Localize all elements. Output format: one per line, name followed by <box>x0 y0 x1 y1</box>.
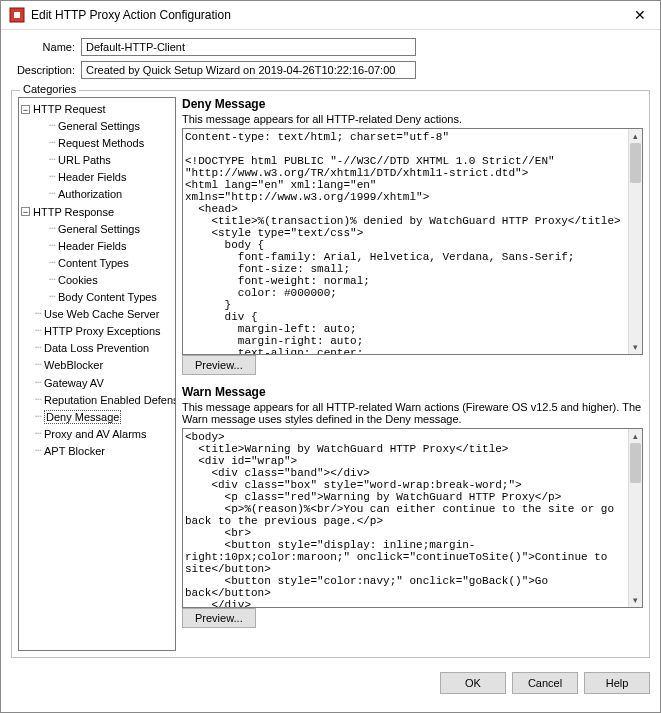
cancel-button[interactable]: Cancel <box>512 672 578 694</box>
scroll-thumb[interactable] <box>630 443 641 483</box>
tree-resp-body[interactable]: Body Content Types <box>58 291 157 303</box>
deny-textarea[interactable]: Content-type: text/html; charset="utf-8"… <box>183 129 642 354</box>
tree-resp-content[interactable]: Content Types <box>58 257 129 269</box>
warn-sub: This message appears for all HTTP-relate… <box>182 401 643 425</box>
tree-req-general[interactable]: General Settings <box>58 120 140 132</box>
tree-resp-general[interactable]: General Settings <box>58 223 140 235</box>
tree-red[interactable]: Reputation Enabled Defense <box>44 394 176 406</box>
minus-icon[interactable]: − <box>21 207 30 216</box>
desc-input[interactable] <box>81 61 416 79</box>
name-label: Name: <box>15 41 75 53</box>
tree-dash-icon: ┄ <box>35 409 42 423</box>
tree-dash-icon: ┄ <box>35 392 42 406</box>
deny-preview-button[interactable]: Preview... <box>182 355 256 375</box>
scroll-thumb[interactable] <box>630 143 641 183</box>
scrollbar[interactable]: ▴ ▾ <box>628 429 642 607</box>
minus-icon[interactable]: − <box>21 105 30 114</box>
tree-dlp[interactable]: Data Loss Prevention <box>44 342 149 354</box>
tree-resp-cookies[interactable]: Cookies <box>58 274 98 286</box>
categories-label: Categories <box>20 83 79 95</box>
ok-button[interactable]: OK <box>440 672 506 694</box>
tree-proxy-av-alarms[interactable]: Proxy and AV Alarms <box>44 428 147 440</box>
tree-dash-icon: ┄ <box>35 357 42 371</box>
chevron-up-icon[interactable]: ▴ <box>629 429 642 443</box>
tree-dash-icon: ┄ <box>35 375 42 389</box>
tree-req-methods[interactable]: Request Methods <box>58 137 144 149</box>
desc-label: Description: <box>15 64 75 76</box>
tree-req-auth[interactable]: Authorization <box>58 189 122 201</box>
tree-req-header[interactable]: Header Fields <box>58 171 126 183</box>
tree-webcache[interactable]: Use Web Cache Server <box>44 308 159 320</box>
close-icon[interactable]: ✕ <box>628 7 652 23</box>
tree-dash-icon: ┄ <box>49 186 56 200</box>
tree-dash-icon: ┄ <box>49 238 56 252</box>
deny-title: Deny Message <box>182 97 643 111</box>
tree-dash-icon: ┄ <box>49 135 56 149</box>
chevron-down-icon[interactable]: ▾ <box>629 340 642 354</box>
warn-title: Warn Message <box>182 385 643 399</box>
tree-gateway-av[interactable]: Gateway AV <box>44 377 104 389</box>
chevron-up-icon[interactable]: ▴ <box>629 129 642 143</box>
tree-webblocker[interactable]: WebBlocker <box>44 360 103 372</box>
tree-dash-icon: ┄ <box>49 255 56 269</box>
tree-http-response[interactable]: HTTP Response <box>33 206 114 218</box>
name-input[interactable] <box>81 38 416 56</box>
tree-apt-blocker[interactable]: APT Blocker <box>44 445 105 457</box>
warn-preview-button[interactable]: Preview... <box>182 608 256 628</box>
tree-deny-message[interactable]: Deny Message <box>44 410 121 424</box>
tree-dash-icon: ┄ <box>49 118 56 132</box>
help-button[interactable]: Help <box>584 672 650 694</box>
tree-req-urlpaths[interactable]: URL Paths <box>58 154 111 166</box>
tree-resp-header[interactable]: Header Fields <box>58 240 126 252</box>
tree-dash-icon: ┄ <box>35 443 42 457</box>
chevron-down-icon[interactable]: ▾ <box>629 593 642 607</box>
tree-http-request[interactable]: HTTP Request <box>33 103 106 115</box>
tree-dash-icon: ┄ <box>49 152 56 166</box>
tree-dash-icon: ┄ <box>35 306 42 320</box>
app-icon <box>9 7 25 23</box>
tree-dash-icon: ┄ <box>35 323 42 337</box>
warn-textarea[interactable]: <body> <title>Warning by WatchGuard HTTP… <box>183 429 642 607</box>
tree-dash-icon: ┄ <box>35 340 42 354</box>
tree-proxy-exceptions[interactable]: HTTP Proxy Exceptions <box>44 325 161 337</box>
tree-dash-icon: ┄ <box>49 169 56 183</box>
window-title: Edit HTTP Proxy Action Configuration <box>31 8 628 22</box>
tree-dash-icon: ┄ <box>49 221 56 235</box>
tree-dash-icon: ┄ <box>49 272 56 286</box>
scrollbar[interactable]: ▴ ▾ <box>628 129 642 354</box>
tree-dash-icon: ┄ <box>35 426 42 440</box>
categories-tree[interactable]: −HTTP Request ┄General Settings ┄Request… <box>18 97 176 651</box>
svg-rect-1 <box>14 12 20 18</box>
deny-sub: This message appears for all HTTP-relate… <box>182 113 643 125</box>
tree-dash-icon: ┄ <box>49 289 56 303</box>
